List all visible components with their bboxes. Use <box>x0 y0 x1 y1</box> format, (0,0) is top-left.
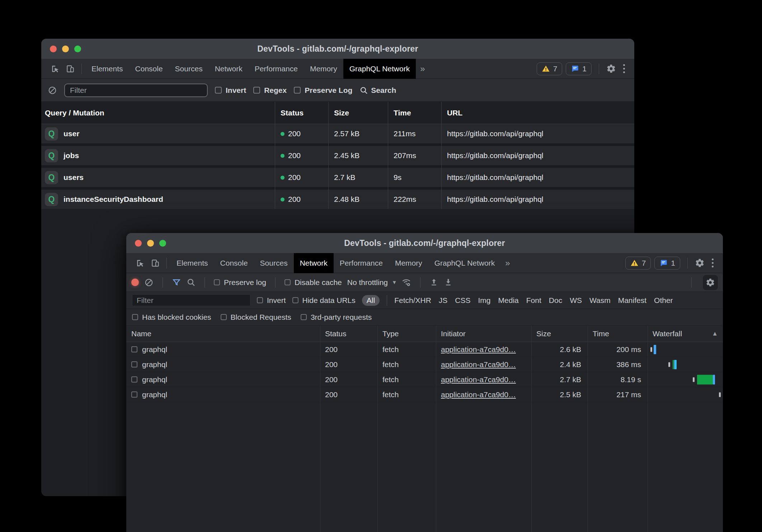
minimize-button[interactable] <box>62 46 69 52</box>
request-checkbox[interactable] <box>131 376 137 383</box>
table-header: Query / Mutation Status Size Time URL <box>41 102 634 124</box>
initiator-link[interactable]: application-a7ca9d0… <box>441 360 516 369</box>
tab-sources[interactable]: Sources <box>254 253 294 273</box>
settings-gear-icon[interactable] <box>606 64 616 73</box>
col-type[interactable]: Type <box>377 329 436 338</box>
query-badge: Q <box>45 171 58 184</box>
tab-memory[interactable]: Memory <box>304 59 343 79</box>
tab-memory[interactable]: Memory <box>389 253 428 273</box>
more-tabs-icon[interactable]: » <box>501 258 514 268</box>
clear-icon[interactable] <box>48 86 57 95</box>
search-button[interactable]: Search <box>359 86 396 95</box>
table-row[interactable]: Quser 200 2.57 kB 211ms https://gitlab.c… <box>41 124 634 143</box>
request-checkbox[interactable] <box>131 391 137 398</box>
tab-performance[interactable]: Performance <box>249 59 304 79</box>
inspect-element-icon[interactable] <box>133 258 148 268</box>
filter-chip-css[interactable]: CSS <box>455 296 470 305</box>
filter-chip-img[interactable]: Img <box>478 296 491 305</box>
tab-graphql-network[interactable]: GraphQL Network <box>343 59 416 79</box>
request-checkbox[interactable] <box>131 361 137 367</box>
request-checkbox[interactable] <box>131 346 137 352</box>
initiator-link[interactable]: application-a7ca9d0… <box>441 390 516 399</box>
filter-chip-manifest[interactable]: Manifest <box>618 296 646 305</box>
filter-chip-fetch-xhr[interactable]: Fetch/XHR <box>394 296 431 305</box>
filter-chip-js[interactable]: JS <box>439 296 448 305</box>
size-value: 2.7 kB <box>328 173 388 182</box>
tab-network[interactable]: Network <box>209 59 249 79</box>
export-har-icon[interactable] <box>444 278 453 287</box>
clear-icon[interactable] <box>144 278 154 287</box>
network-filter-input[interactable] <box>132 294 250 306</box>
kebab-menu-icon[interactable] <box>708 258 717 267</box>
initiator-link[interactable]: application-a7ca9d0… <box>441 375 516 384</box>
tab-sources[interactable]: Sources <box>169 59 209 79</box>
col-status[interactable]: Status <box>320 329 377 338</box>
tab-console[interactable]: Console <box>129 59 169 79</box>
maximize-button[interactable] <box>74 46 81 52</box>
initiator-link[interactable]: application-a7ca9d0… <box>441 345 516 353</box>
invert-checkbox[interactable]: Invert <box>215 86 246 95</box>
filter-funnel-icon[interactable] <box>172 278 181 287</box>
warnings-badge[interactable]: 7 <box>625 257 651 270</box>
col-size[interactable]: Size <box>531 329 588 338</box>
inspect-element-icon[interactable] <box>48 64 63 73</box>
table-row[interactable]: Qjobs 200 2.45 kB 207ms https://gitlab.c… <box>41 146 634 165</box>
more-tabs-icon[interactable]: » <box>416 64 429 74</box>
tab-performance[interactable]: Performance <box>334 253 389 273</box>
has-blocked-cookies-checkbox[interactable]: Has blocked cookies <box>132 313 211 322</box>
preserve-log-checkbox[interactable]: Preserve log <box>214 278 266 287</box>
time-value: 217 ms <box>588 390 648 399</box>
maximize-button[interactable] <box>159 240 166 247</box>
table-row[interactable]: QinstanceSecurityDashboard 200 2.48 kB 2… <box>41 190 634 209</box>
close-button[interactable] <box>135 240 142 247</box>
settings-gear-icon[interactable] <box>695 258 705 268</box>
col-time[interactable]: Time <box>588 329 648 338</box>
request-row[interactable]: graphql 200 fetch application-a7ca9d0… 2… <box>126 387 723 402</box>
throttling-dropdown[interactable]: No throttling ▾ <box>347 278 396 287</box>
filter-chip-other[interactable]: Other <box>654 296 673 305</box>
network-settings-button[interactable] <box>703 275 718 290</box>
request-row[interactable]: graphql 200 fetch application-a7ca9d0… 2… <box>126 357 723 372</box>
preserve-log-checkbox[interactable]: Preserve Log <box>294 86 352 95</box>
network-conditions-icon[interactable] <box>401 277 411 287</box>
filter-chip-ws[interactable]: WS <box>570 296 582 305</box>
issues-badge[interactable]: 1 <box>566 62 592 75</box>
import-har-icon[interactable] <box>429 278 438 287</box>
issues-badge[interactable]: 1 <box>654 257 680 270</box>
request-row[interactable]: graphql 200 fetch application-a7ca9d0… 2… <box>126 372 723 387</box>
third-party-requests-checkbox[interactable]: 3rd-party requests <box>301 313 372 322</box>
tab-console[interactable]: Console <box>214 253 254 273</box>
blocked-requests-checkbox[interactable]: Blocked Requests <box>221 313 291 322</box>
tab-elements[interactable]: Elements <box>85 59 129 79</box>
disable-cache-checkbox[interactable]: Disable cache <box>284 278 342 287</box>
minimize-button[interactable] <box>147 240 154 247</box>
col-name[interactable]: Name <box>126 329 320 338</box>
regex-checkbox[interactable]: Regex <box>253 86 287 95</box>
tab-graphql-network[interactable]: GraphQL Network <box>428 253 501 273</box>
close-button[interactable] <box>50 46 57 52</box>
request-row[interactable]: graphql 200 fetch application-a7ca9d0… 2… <box>126 342 723 357</box>
waterfall-bar <box>697 375 713 384</box>
time-value: 386 ms <box>588 360 648 369</box>
filter-input[interactable] <box>64 84 208 97</box>
record-network-log-button[interactable] <box>131 279 139 286</box>
device-toolbar-icon[interactable] <box>63 64 78 73</box>
tab-network[interactable]: Network <box>294 253 334 273</box>
col-waterfall[interactable]: Waterfall ▲ <box>648 329 723 338</box>
search-icon[interactable] <box>187 278 196 287</box>
filter-chip-font[interactable]: Font <box>526 296 541 305</box>
request-filters-row: Has blocked cookies Blocked Requests 3rd… <box>126 309 723 326</box>
invert-checkbox[interactable]: Invert <box>257 296 286 305</box>
filter-chip-wasm[interactable]: Wasm <box>589 296 611 305</box>
table-row[interactable]: Qusers 200 2.7 kB 9s https://gitlab.com/… <box>41 168 634 187</box>
query-name: users <box>64 173 84 182</box>
tab-elements[interactable]: Elements <box>170 253 214 273</box>
col-initiator[interactable]: Initiator <box>436 329 531 338</box>
hide-data-urls-checkbox[interactable]: Hide data URLs <box>292 296 356 305</box>
filter-chip-media[interactable]: Media <box>498 296 519 305</box>
warnings-badge[interactable]: 7 <box>537 62 563 75</box>
filter-chip-all[interactable]: All <box>362 295 380 306</box>
kebab-menu-icon[interactable] <box>620 64 629 73</box>
device-toolbar-icon[interactable] <box>148 258 163 268</box>
filter-chip-doc[interactable]: Doc <box>549 296 562 305</box>
